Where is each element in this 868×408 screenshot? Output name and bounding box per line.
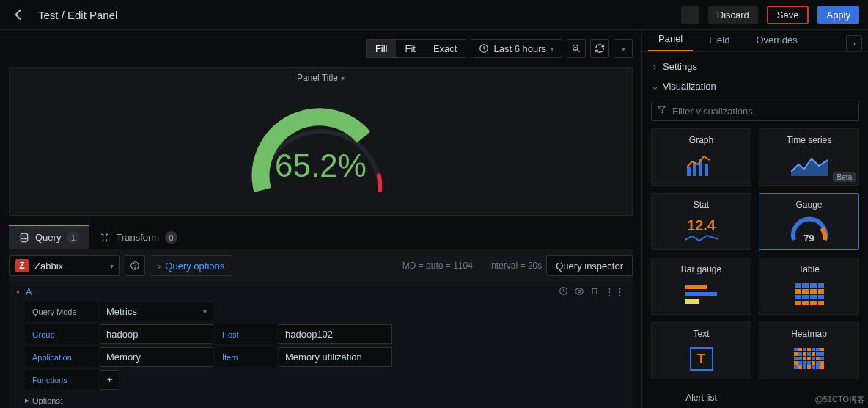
panel-title-label[interactable]: Panel Title (297, 73, 338, 83)
group-field[interactable]: hadoop (100, 324, 213, 344)
svg-marker-10 (658, 106, 666, 113)
query-options-label: Query options (165, 261, 224, 272)
svg-rect-41 (803, 357, 806, 360)
side-tab-panel[interactable]: Panel (648, 30, 693, 51)
query-inspector-button[interactable]: Query inspector (546, 255, 633, 276)
datasource-help-button[interactable] (125, 255, 145, 276)
tab-transform[interactable]: Transform 0 (89, 226, 188, 249)
gauge-visualization: 65.2% (237, 87, 405, 205)
view-mode-exact[interactable]: Exact (424, 40, 466, 57)
viz-option-text[interactable]: Text T (651, 322, 751, 379)
viz-alertlist-label[interactable]: Alert list (651, 387, 751, 403)
discard-button[interactable]: Discard (708, 6, 758, 24)
side-tab-field[interactable]: Field (699, 30, 740, 51)
watermark: @51CTO博客 (815, 394, 865, 405)
settings-gear-button[interactable] (681, 6, 699, 24)
viz-text-label: Text (693, 329, 709, 339)
gauge-sample-value: 79 (762, 233, 856, 244)
svg-rect-15 (685, 285, 707, 289)
svg-rect-53 (794, 365, 798, 369)
query-delete-icon[interactable] (590, 286, 599, 297)
heatmap-icon (762, 342, 856, 376)
viz-option-gauge[interactable]: Gauge 79 (759, 193, 859, 250)
gauge-value: 65.2% (237, 147, 405, 184)
group-value: hadoop (106, 329, 138, 340)
chevron-right-icon: › (651, 61, 658, 72)
section-settings[interactable]: › Settings (650, 57, 861, 76)
filter-icon (657, 105, 666, 114)
group-label: Group (25, 324, 98, 344)
tab-query[interactable]: Query 1 (9, 225, 89, 249)
application-field[interactable]: Memory (100, 347, 213, 367)
viz-option-timeseries[interactable]: Time series Beta (759, 128, 859, 186)
item-field[interactable]: Memory utilization (279, 347, 392, 367)
chevron-down-icon: ⌄ (651, 81, 658, 92)
viz-timeseries-label: Time series (787, 135, 832, 145)
viz-option-graph[interactable]: Graph (651, 128, 751, 186)
table-icon (762, 277, 856, 311)
back-arrow-icon[interactable] (9, 4, 29, 25)
chevron-down-icon: ▾ (551, 45, 554, 53)
datasource-select[interactable]: Z Zabbix ▾ (9, 255, 120, 276)
query-duplicate-icon[interactable] (559, 286, 568, 297)
svg-rect-37 (816, 352, 820, 356)
chevron-down-icon[interactable]: ▾ (16, 288, 20, 296)
time-range-picker[interactable]: Last 6 hours ▾ (471, 39, 562, 58)
viz-stat-label: Stat (694, 200, 709, 210)
svg-rect-58 (816, 365, 820, 369)
section-visualization[interactable]: ⌄ Visualization (650, 76, 861, 96)
chevron-down-icon[interactable]: ▾ (341, 74, 345, 82)
view-mode-fit[interactable]: Fit (396, 40, 424, 57)
time-range-label: Last 6 hours (493, 43, 546, 54)
viz-bargauge-label: Bar gauge (681, 264, 721, 274)
zoom-out-button[interactable] (567, 39, 586, 58)
side-tab-overrides[interactable]: Overrides (746, 30, 807, 51)
application-label: Application (25, 347, 98, 367)
bargauge-icon (655, 277, 748, 311)
query-options-expand[interactable]: ▸ Options: (9, 393, 633, 408)
viz-table-label: Table (798, 264, 820, 274)
viz-heatmap-label: Heatmap (791, 329, 827, 339)
svg-rect-50 (812, 361, 815, 365)
host-field[interactable]: hadoop102 (279, 324, 392, 344)
viz-option-stat[interactable]: Stat 12.4 (651, 193, 751, 250)
query-mode-field[interactable]: Metrics ▾ (100, 302, 213, 321)
svg-rect-34 (803, 352, 806, 356)
query-drag-handle-icon[interactable]: ⋮⋮ (605, 286, 625, 297)
chevron-down-icon: ▾ (110, 262, 114, 270)
refresh-interval-dropdown[interactable]: ▾ (614, 39, 633, 58)
svg-rect-16 (685, 292, 717, 296)
viz-option-table[interactable]: Table (759, 258, 859, 315)
tab-transform-label: Transform (116, 232, 159, 243)
viz-gauge-label: Gauge (795, 200, 822, 210)
save-button[interactable]: Save (767, 6, 809, 24)
svg-rect-29 (812, 348, 815, 351)
database-icon (19, 233, 29, 243)
query-options-toggle[interactable]: › Query options (150, 255, 232, 276)
add-function-button[interactable]: + (100, 370, 119, 390)
svg-rect-55 (803, 365, 806, 369)
datasource-name: Zabbix (34, 261, 63, 272)
refresh-button[interactable] (590, 39, 609, 58)
svg-rect-54 (798, 365, 802, 369)
svg-rect-33 (798, 352, 802, 356)
svg-rect-30 (816, 348, 820, 351)
svg-rect-28 (807, 348, 811, 351)
apply-button[interactable]: Apply (817, 6, 859, 24)
svg-rect-46 (794, 361, 798, 365)
visualization-filter-input[interactable] (651, 101, 859, 121)
chevron-down-icon: ▾ (203, 307, 207, 316)
clock-icon (479, 43, 489, 54)
query-toggle-visibility-icon[interactable] (574, 286, 584, 297)
side-collapse-button[interactable]: › (846, 35, 862, 51)
chevron-right-icon: › (158, 261, 161, 272)
svg-rect-57 (812, 365, 815, 369)
svg-rect-36 (812, 352, 815, 356)
svg-rect-59 (820, 365, 824, 369)
svg-rect-56 (807, 365, 811, 369)
tab-query-label: Query (35, 232, 61, 243)
query-letter[interactable]: A (26, 286, 32, 297)
view-mode-fill[interactable]: Fill (367, 40, 397, 57)
viz-option-bargauge[interactable]: Bar gauge (651, 258, 751, 315)
viz-option-heatmap[interactable]: Heatmap (759, 322, 859, 379)
